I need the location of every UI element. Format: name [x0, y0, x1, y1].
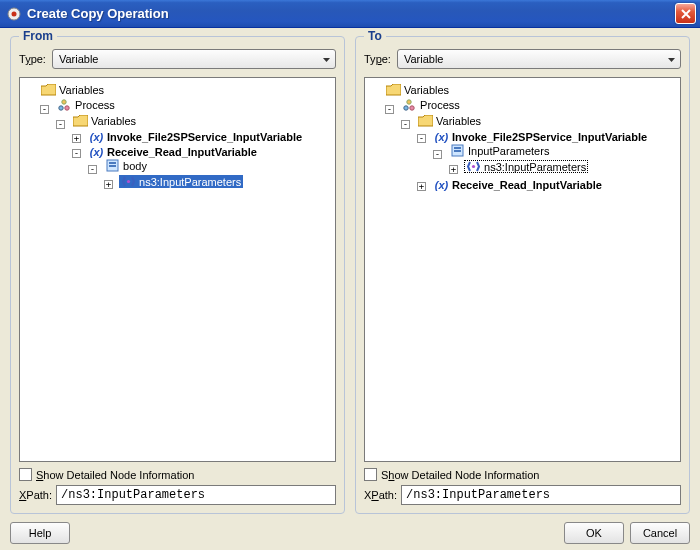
- tree-expander[interactable]: +: [72, 134, 81, 143]
- from-show-detail-label[interactable]: Show Detailed Node Information: [36, 469, 194, 481]
- to-group: To Type: Variable Variables: [355, 36, 690, 514]
- tree-node-inputparameters[interactable]: InputParameters: [448, 144, 551, 157]
- tree-expander[interactable]: -: [56, 120, 65, 129]
- tree-expander[interactable]: -: [433, 150, 442, 159]
- variable-icon: (x): [434, 178, 449, 191]
- to-show-detail-label[interactable]: Show Detailed Node Information: [381, 469, 539, 481]
- tree-node-body[interactable]: body: [103, 159, 149, 172]
- svg-rect-7: [109, 165, 116, 167]
- titlebar[interactable]: Create Copy Operation: [0, 0, 700, 28]
- tree-node-variables[interactable]: Variables: [71, 115, 138, 128]
- from-type-combo[interactable]: Variable: [52, 49, 336, 69]
- tree-expander[interactable]: -: [40, 105, 49, 114]
- svg-point-2: [62, 99, 66, 103]
- tree-expander[interactable]: +: [449, 165, 458, 174]
- tree-expander[interactable]: +: [104, 180, 113, 189]
- folder-open-icon: [73, 115, 88, 128]
- help-button[interactable]: Help: [10, 522, 70, 544]
- to-type-combo[interactable]: Variable: [397, 49, 681, 69]
- tree-expander[interactable]: -: [417, 134, 426, 143]
- window-title: Create Copy Operation: [27, 6, 675, 21]
- tree-expander[interactable]: -: [88, 165, 97, 174]
- to-xpath-label: XPath:: [364, 489, 397, 501]
- variable-icon: (x): [89, 145, 104, 158]
- svg-point-11: [410, 105, 414, 109]
- tree-node-invoke[interactable]: (x) Invoke_File2SPService_InputVariable: [432, 130, 649, 143]
- process-icon: [57, 99, 72, 112]
- to-title: To: [364, 29, 386, 43]
- element-icon: [466, 160, 481, 173]
- svg-rect-6: [109, 162, 116, 164]
- svg-rect-13: [454, 147, 461, 149]
- from-xpath-label: XPath:: [19, 489, 52, 501]
- tree-node-process[interactable]: Process: [55, 99, 117, 112]
- tree-node-invoke[interactable]: (x) Invoke_File2SPService_InputVariable: [87, 130, 304, 143]
- folder-icon: [41, 83, 56, 96]
- tree-expander: [24, 87, 33, 96]
- svg-rect-14: [454, 150, 461, 152]
- from-type-value: Variable: [59, 53, 99, 65]
- tree-node-variables[interactable]: Variables: [416, 115, 483, 128]
- svg-point-4: [65, 105, 69, 109]
- message-part-icon: [105, 159, 120, 172]
- variable-icon: (x): [434, 130, 449, 143]
- chevron-down-icon: [322, 55, 331, 64]
- tree-expander[interactable]: -: [401, 120, 410, 129]
- folder-icon: [386, 83, 401, 96]
- from-type-label: Type:: [19, 53, 46, 65]
- tree-node-ns3-selected[interactable]: ns3:InputParameters: [119, 175, 243, 188]
- to-type-value: Variable: [404, 53, 444, 65]
- tree-expander[interactable]: -: [385, 105, 394, 114]
- to-xpath-input[interactable]: /ns3:InputParameters: [401, 485, 681, 505]
- tree-node-receive[interactable]: (x) Receive_Read_InputVariable: [432, 178, 604, 191]
- to-type-label: Type:: [364, 53, 391, 65]
- process-icon: [402, 99, 417, 112]
- variable-icon: (x): [89, 130, 104, 143]
- tree-expander: [369, 87, 378, 96]
- app-icon: [6, 6, 22, 22]
- tree-node-receive[interactable]: (x) Receive_Read_InputVariable: [87, 145, 259, 158]
- ok-button[interactable]: OK: [564, 522, 624, 544]
- folder-open-icon: [418, 115, 433, 128]
- svg-point-1: [12, 11, 17, 16]
- from-tree[interactable]: Variables - Process: [19, 77, 336, 462]
- to-show-detail-checkbox[interactable]: [364, 468, 377, 481]
- tree-node-process[interactable]: Process: [400, 99, 462, 112]
- element-icon: [121, 175, 136, 188]
- svg-point-15: [472, 165, 475, 168]
- chevron-down-icon: [667, 55, 676, 64]
- cancel-button[interactable]: Cancel: [630, 522, 690, 544]
- tree-node-variables-root[interactable]: Variables: [384, 83, 451, 96]
- window-close-button[interactable]: [675, 3, 696, 24]
- tree-node-variables-root[interactable]: Variables: [39, 83, 106, 96]
- to-tree[interactable]: Variables - Process: [364, 77, 681, 462]
- from-show-detail-checkbox[interactable]: [19, 468, 32, 481]
- tree-expander[interactable]: -: [72, 149, 81, 158]
- from-group: From Type: Variable Variables: [10, 36, 345, 514]
- svg-point-9: [407, 99, 411, 103]
- from-xpath-input[interactable]: /ns3:InputParameters: [56, 485, 336, 505]
- from-title: From: [19, 29, 57, 43]
- message-part-icon: [450, 144, 465, 157]
- svg-point-3: [59, 105, 63, 109]
- tree-expander[interactable]: +: [417, 182, 426, 191]
- tree-node-ns3-selected[interactable]: ns3:InputParameters: [464, 160, 588, 173]
- svg-point-10: [404, 105, 408, 109]
- svg-point-8: [127, 180, 130, 183]
